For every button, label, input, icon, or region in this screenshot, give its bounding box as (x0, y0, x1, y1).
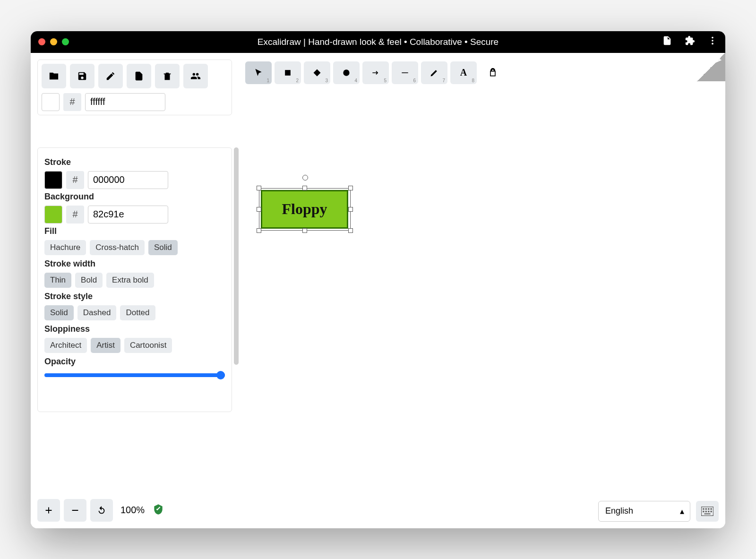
svg-rect-19 (704, 513, 711, 514)
svg-rect-13 (708, 508, 709, 509)
export-button[interactable] (127, 64, 151, 88)
tool-draw[interactable]: 7 (421, 61, 447, 84)
tool-line[interactable]: 6 (392, 61, 418, 84)
background-hex-input[interactable] (88, 206, 168, 224)
stroke-label: Stroke (44, 157, 225, 167)
stroke-width-bold[interactable]: Bold (75, 273, 103, 288)
sloppiness-options: Architect Artist Cartoonist (44, 338, 225, 353)
window-controls (38, 38, 69, 45)
tool-ellipse[interactable]: 4 (333, 61, 360, 84)
sloppiness-architect[interactable]: Architect (44, 338, 87, 353)
zoom-level: 100% (117, 505, 148, 516)
save-as-button[interactable] (98, 64, 123, 88)
svg-point-8 (343, 69, 349, 76)
stroke-style-solid[interactable]: Solid (44, 305, 74, 320)
language-select[interactable]: English ▴ (598, 501, 690, 522)
resize-handle-w[interactable] (257, 207, 261, 212)
svg-rect-14 (711, 508, 712, 509)
open-button[interactable] (42, 64, 66, 88)
resize-handle-nw[interactable] (257, 186, 261, 190)
stroke-style-label: Stroke style (44, 292, 225, 301)
resize-handle-e[interactable] (348, 207, 353, 212)
sloppiness-artist[interactable]: Artist (91, 338, 120, 353)
document-icon[interactable] (662, 35, 672, 48)
opacity-slider[interactable] (44, 373, 225, 377)
tool-rectangle[interactable]: 2 (275, 61, 301, 84)
more-menu-icon[interactable] (707, 35, 718, 48)
opacity-label: Opacity (44, 357, 225, 367)
resize-handle-s[interactable] (302, 228, 307, 233)
resize-handle-n[interactable] (302, 186, 307, 190)
svg-point-2 (712, 43, 713, 45)
collaborate-button[interactable] (183, 64, 208, 88)
chevron-up-icon: ▴ (680, 506, 684, 516)
svg-point-0 (712, 37, 713, 39)
sloppiness-label: Sloppiness (44, 324, 225, 334)
zoom-bar: 100% (37, 499, 164, 522)
app-content: Floppy # (31, 53, 725, 528)
properties-panel: Stroke # Background # Fill Hachure Cross… (37, 147, 232, 412)
svg-point-1 (712, 40, 713, 42)
encrypted-icon (152, 503, 164, 517)
hash-label: # (66, 171, 84, 189)
github-corner[interactable] (697, 53, 725, 81)
bottom-right-controls: English ▴ (598, 501, 719, 522)
resize-handle-sw[interactable] (257, 228, 261, 233)
svg-rect-17 (708, 510, 709, 512)
stroke-width-extrabold[interactable]: Extra bold (106, 273, 154, 288)
lock-button[interactable] (480, 61, 506, 84)
file-toolbar: # (37, 60, 232, 115)
stroke-style-options: Solid Dashed Dotted (44, 305, 225, 320)
stroke-swatch[interactable] (44, 171, 62, 189)
app-window: Excalidraw | Hand-drawn look & feel • Co… (31, 31, 725, 528)
selection-box[interactable] (259, 188, 351, 231)
svg-rect-7 (285, 70, 291, 76)
titlebar-right (662, 35, 718, 48)
svg-point-6 (284, 273, 373, 344)
svg-rect-12 (705, 508, 707, 509)
tool-arrow[interactable]: 5 (362, 61, 389, 84)
tool-selection[interactable]: 1 (245, 61, 272, 84)
close-window-button[interactable] (38, 38, 45, 45)
stroke-width-options: Thin Bold Extra bold (44, 273, 225, 288)
save-button[interactable] (70, 64, 94, 88)
maximize-window-button[interactable] (62, 38, 69, 45)
svg-rect-16 (705, 510, 707, 512)
tool-text[interactable]: A8 (450, 61, 477, 84)
rotate-handle[interactable] (302, 175, 308, 181)
stroke-width-thin[interactable]: Thin (44, 273, 71, 288)
fill-solid[interactable]: Solid (148, 240, 178, 255)
stroke-width-label: Stroke width (44, 259, 225, 269)
clear-canvas-button[interactable] (155, 64, 180, 88)
fill-label: Fill (44, 226, 225, 236)
resize-handle-se[interactable] (348, 228, 353, 233)
background-label: Background (44, 192, 225, 202)
shape-toolbar: 1 2 3 4 5 6 7 A8 (243, 60, 508, 86)
canvas-background-input[interactable] (85, 93, 165, 111)
extension-icon[interactable] (685, 35, 695, 48)
zoom-out-button[interactable] (64, 499, 86, 522)
window-title: Excalidraw | Hand-drawn look & feel • Co… (31, 37, 725, 47)
titlebar: Excalidraw | Hand-drawn look & feel • Co… (31, 31, 725, 53)
stroke-style-dotted[interactable]: Dotted (120, 305, 155, 320)
keyboard-shortcuts-button[interactable] (696, 501, 719, 522)
fill-crosshatch[interactable]: Cross-hatch (90, 240, 145, 255)
svg-rect-15 (703, 510, 704, 512)
language-value: English (605, 506, 633, 516)
stroke-hex-input[interactable] (88, 171, 168, 189)
sloppiness-cartoonist[interactable]: Cartoonist (124, 338, 172, 353)
tool-diamond[interactable]: 3 (304, 61, 330, 84)
zoom-in-button[interactable] (37, 499, 60, 522)
fill-hachure[interactable]: Hachure (44, 240, 86, 255)
props-scrollbar[interactable] (234, 147, 239, 365)
minimize-window-button[interactable] (50, 38, 57, 45)
zoom-reset-button[interactable] (90, 499, 113, 522)
hash-label: # (66, 206, 84, 224)
background-swatch[interactable] (44, 206, 62, 224)
svg-rect-11 (703, 508, 704, 509)
resize-handle-ne[interactable] (348, 186, 353, 190)
canvas-background-swatch[interactable] (42, 93, 60, 111)
fill-options: Hachure Cross-hatch Solid (44, 240, 225, 255)
svg-rect-18 (711, 510, 712, 512)
stroke-style-dashed[interactable]: Dashed (77, 305, 117, 320)
